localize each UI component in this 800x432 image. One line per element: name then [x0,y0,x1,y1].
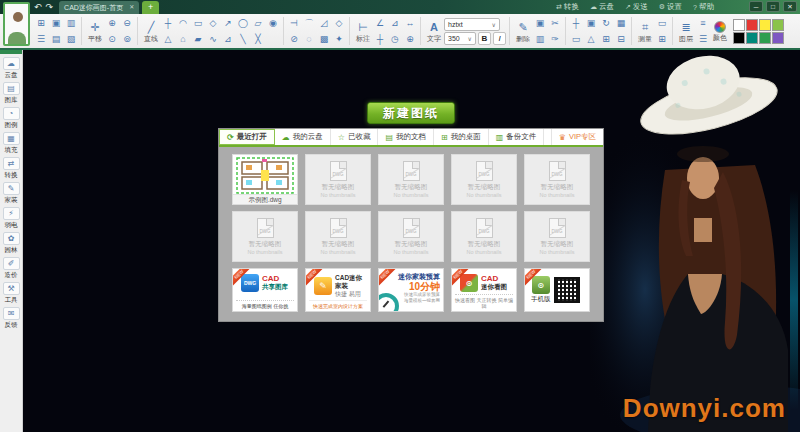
file-card-empty[interactable]: DWG 暂无缩略图 No thumbnails [451,211,517,262]
cut-icon[interactable]: ✂ [548,16,562,31]
zoom-in-icon[interactable]: ⊕ [105,16,119,31]
undo-icon[interactable]: ↶ [34,1,42,13]
menu-help[interactable]: ? 帮助 [693,2,714,12]
zoom-out-icon[interactable]: ⊖ [120,16,134,31]
color-tool[interactable]: 颜色 [710,21,730,42]
sidebar-item-cost[interactable]: ✐ 造价 [0,257,22,279]
measure-dist-icon[interactable]: ⊞ [655,32,669,47]
stretch-icon[interactable]: ⊟ [614,32,628,47]
region-icon[interactable]: ◌ [302,32,316,47]
user-avatar[interactable] [3,2,30,46]
print-icon[interactable]: ☰ [34,32,48,47]
maximize-button[interactable]: □ [766,1,780,12]
swatch-red[interactable] [746,19,758,31]
tab-my-desktop[interactable]: ⊞ 我的桌面 [434,129,489,145]
sidebar-item-home-decor[interactable]: ✎ 家装 [0,182,22,204]
export-pdf-icon[interactable]: ▤ [49,32,63,47]
zoom-window-icon[interactable]: ⊙ [105,32,119,47]
file-card-sample[interactable]: 示例图.dwg [232,154,298,205]
line-tool[interactable]: ╱ 直线 [141,20,161,43]
fillet-icon[interactable]: ◿ [317,16,331,31]
swatch-white[interactable] [733,19,745,31]
bold-button[interactable]: B [478,32,491,45]
dim-center-icon[interactable]: ⊕ [403,32,417,47]
swatch-black[interactable] [733,32,745,44]
spline-icon[interactable]: ∿ [206,32,220,47]
move-icon[interactable]: ┼ [569,16,583,31]
layer-tool[interactable]: ≣ 图层 [676,20,696,43]
menu-send[interactable]: ↗ 发送 [625,2,648,12]
eye-icon[interactable]: ◉ [266,16,280,31]
file-card-empty[interactable]: DWG 暂无缩略图 No thumbnails [524,211,590,262]
erase-tool[interactable]: ✎ 删除 [513,20,533,43]
file-card-empty[interactable]: DWG 暂无缩略图 No thumbnails [451,154,517,205]
close-button[interactable]: ✕ [783,1,797,12]
measure-area-icon[interactable]: ▭ [655,16,669,31]
polygon-icon[interactable]: ▱ [251,16,265,31]
leader-icon[interactable]: ↗ [221,16,235,31]
sidebar-item-cloud[interactable]: ☁ 云盘 [0,57,22,79]
banner-budget[interactable]: NEW 迷你家装预算 10分钟 快速完成家装预算 海量模板一键套用 [378,268,444,312]
pan-tool[interactable]: ✛ 平移 [85,20,105,43]
hatch-icon[interactable]: ▩ [317,32,331,47]
swatch-lightgreen[interactable] [772,19,784,31]
tab-backup-files[interactable]: ▥ 备份文件 [489,129,545,145]
sidebar-item-gallery[interactable]: ▤ 图库 [0,82,22,104]
file-card-empty[interactable]: DWG 暂无缩略图 No thumbnails [305,211,371,262]
new-tab-button[interactable]: + [142,1,159,14]
close-tab-icon[interactable]: ✕ [129,1,134,14]
new-drawing-button[interactable]: 新建图纸 [367,102,455,124]
swatch-teal[interactable] [746,32,758,44]
solid-icon[interactable]: ▰ [191,32,205,47]
measure-tool[interactable]: ⌗ 测量 [635,20,655,43]
copy-icon[interactable]: ▣ [533,16,547,31]
chamfer-icon[interactable]: ◇ [332,16,346,31]
zoom-extent-icon[interactable]: ⊚ [120,32,134,47]
menu-settings[interactable]: ⚙ 设置 [659,2,682,12]
linetype-icon[interactable]: ≡ [696,16,710,31]
lineweight-icon[interactable]: ☰ [696,32,710,47]
mirror-icon[interactable]: ▣ [584,16,598,31]
extend-icon[interactable]: ⌒ [302,16,316,31]
tab-vip-zone[interactable]: ♛ VIP专区 [551,129,603,145]
ellipse-icon[interactable]: ◇ [206,16,220,31]
trim-icon[interactable]: ⊣ [287,16,301,31]
point-icon[interactable]: ┼ [161,16,175,31]
format-brush-icon[interactable]: ✑ [548,32,562,47]
trapezoid-icon[interactable]: ⊿ [221,32,235,47]
array-icon[interactable]: ▦ [614,16,628,31]
file-card-empty[interactable]: DWG 暂无缩略图 No thumbnails [232,211,298,262]
open-icon[interactable]: ⊞ [34,16,48,31]
sidebar-item-tools[interactable]: ⚒ 工具 [0,282,22,304]
block-icon[interactable]: ✦ [332,32,346,47]
dim-linear-icon[interactable]: ↔ [403,16,417,31]
swatch-purple[interactable] [772,32,784,44]
dim-cross-icon[interactable]: ┼ [373,32,387,47]
tab-my-documents[interactable]: ▤ 我的文档 [378,129,434,145]
pentagon-icon[interactable]: ⌂ [176,32,190,47]
menu-convert[interactable]: ⇄ 转换 [556,2,579,12]
triangle-icon[interactable]: △ [161,32,175,47]
revolve-icon[interactable]: ⊘ [287,32,301,47]
font-size-select[interactable]: 350 ∨ [444,32,476,45]
xline-icon[interactable]: ╳ [251,32,265,47]
tab-recent[interactable]: ⟳ 最近打开 [219,129,275,145]
text-tool[interactable]: A 文字 [424,20,444,43]
offset-icon[interactable]: ▭ [569,32,583,47]
file-card-empty[interactable]: DWG 暂无缩略图 No thumbnails [305,154,371,205]
menu-cloud[interactable]: ☁ 云盘 [590,2,614,12]
rectangle-icon[interactable]: ▭ [191,16,205,31]
save-icon[interactable]: ▣ [49,16,63,31]
sidebar-item-garden[interactable]: ✿ 园林 [0,232,22,254]
rotate-icon[interactable]: ↻ [599,16,613,31]
sidebar-item-convert[interactable]: ⇄ 转换 [0,157,22,179]
scale-icon[interactable]: ⊞ [599,32,613,47]
dim-triangle-icon[interactable]: ⊿ [388,16,402,31]
file-card-empty[interactable]: DWG 暂无缩略图 No thumbnails [378,154,444,205]
swatch-green[interactable] [759,32,771,44]
font-family-select[interactable]: hztxt ∨ [444,18,500,31]
sidebar-item-legend[interactable]: ◔ 图例 [0,107,22,129]
sidebar-item-fill[interactable]: ▦ 填充 [0,132,22,154]
tab-favorites[interactable]: ☆ 已收藏 [331,129,379,145]
save-as-icon[interactable]: ▥ [64,16,78,31]
